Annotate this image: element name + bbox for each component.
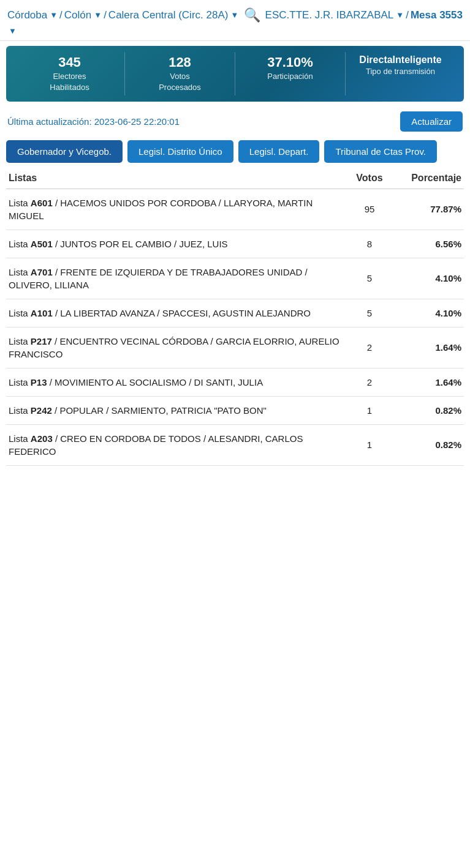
row-porcentaje-5: 1.64% bbox=[394, 377, 461, 387]
update-row: Última actualización: 2023-06-25 22:20:0… bbox=[0, 107, 470, 137]
col-listas-header: Listas bbox=[9, 173, 345, 184]
row-porcentaje-7: 0.82% bbox=[394, 440, 461, 450]
tab-legisl-depart[interactable]: Legisl. Depart. bbox=[238, 140, 320, 163]
row-label-4: Lista P217 / ENCUENTRO VECINAL CÓRDOBA /… bbox=[9, 335, 345, 361]
stat-transmision-type: DirectaInteligente bbox=[349, 54, 452, 65]
row-votos-6: 1 bbox=[345, 405, 394, 416]
stats-bar: 345 ElectoresHabilitados 128 VotosProces… bbox=[6, 46, 464, 102]
tab-tribunal[interactable]: Tribunal de Ctas Prov. bbox=[324, 140, 437, 163]
stat-votos: 128 VotosProcesados bbox=[125, 52, 235, 95]
list-code-5: P13 bbox=[31, 377, 47, 387]
row-label-2: Lista A701 / FRENTE DE IZQUIERDA Y DE TR… bbox=[9, 266, 345, 291]
header: Córdoba ▼ / Colón ▼ / Calera Central (Ci… bbox=[0, 0, 470, 41]
bc-cordoba[interactable]: Córdoba bbox=[7, 8, 47, 23]
stat-electores-number: 345 bbox=[18, 54, 121, 70]
stat-electores-label: ElectoresHabilitados bbox=[50, 72, 89, 92]
row-porcentaje-1: 6.56% bbox=[394, 239, 461, 249]
bc-calera-dropdown[interactable]: ▼ bbox=[230, 10, 238, 21]
breadcrumb: Córdoba ▼ / Colón ▼ / Calera Central (Ci… bbox=[7, 6, 463, 37]
results-table: Listas Votos Porcentaje Lista A601 / HAC… bbox=[0, 169, 470, 466]
bc-colon[interactable]: Colón bbox=[64, 8, 91, 23]
bc-escuela[interactable]: ESC.TTE. J.R. IBARZABAL bbox=[265, 8, 394, 23]
stat-transmision: DirectaInteligente Tipo de transmisión bbox=[346, 52, 455, 95]
row-votos-0: 95 bbox=[345, 204, 394, 214]
stat-transmision-label: Tipo de transmisión bbox=[366, 67, 435, 76]
stat-votos-label: VotosProcesados bbox=[159, 72, 201, 92]
tab-gobernador[interactable]: Gobernador y Vicegob. bbox=[6, 140, 123, 163]
table-header: Listas Votos Porcentaje bbox=[6, 169, 464, 189]
list-code-3: A101 bbox=[31, 308, 53, 318]
row-votos-7: 1 bbox=[345, 440, 394, 450]
row-votos-5: 2 bbox=[345, 377, 394, 387]
stat-participacion: 37.10% Participación bbox=[235, 52, 346, 95]
table-row: Lista A203 / CREO EN CORDOBA DE TODOS / … bbox=[6, 425, 464, 466]
bc-calera[interactable]: Calera Central (Circ. 28A) bbox=[108, 8, 229, 23]
list-code-7: A203 bbox=[31, 433, 53, 444]
row-porcentaje-0: 77.87% bbox=[394, 204, 461, 214]
row-porcentaje-3: 4.10% bbox=[394, 308, 461, 318]
row-votos-2: 5 bbox=[345, 273, 394, 283]
table-row: Lista A501 / JUNTOS POR EL CAMBIO / JUEZ… bbox=[6, 230, 464, 258]
stat-votos-number: 128 bbox=[129, 54, 231, 70]
stat-participacion-number: 37.10% bbox=[239, 54, 341, 70]
col-porcentaje-header: Porcentaje bbox=[394, 173, 461, 184]
row-label-1: Lista A501 / JUNTOS POR EL CAMBIO / JUEZ… bbox=[9, 238, 345, 250]
list-code-0: A601 bbox=[31, 198, 53, 208]
list-code-6: P242 bbox=[31, 405, 52, 416]
row-porcentaje-6: 0.82% bbox=[394, 405, 461, 416]
row-label-7: Lista A203 / CREO EN CORDOBA DE TODOS / … bbox=[9, 432, 345, 458]
last-update-text: Última actualización: 2023-06-25 22:20:0… bbox=[7, 116, 394, 127]
row-votos-4: 2 bbox=[345, 342, 394, 353]
bc-mesa[interactable]: Mesa 3553 bbox=[411, 8, 463, 23]
row-label-6: Lista P242 / POPULAR / SARMIENTO, PATRIC… bbox=[9, 404, 345, 417]
row-label-5: Lista P13 / MOVIMIENTO AL SOCIALISMO / D… bbox=[9, 376, 345, 389]
bc-mesa-dropdown[interactable]: ▼ bbox=[9, 26, 17, 37]
table-row: Lista P217 / ENCUENTRO VECINAL CÓRDOBA /… bbox=[6, 327, 464, 369]
actualizar-button[interactable]: Actualizar bbox=[400, 111, 463, 132]
table-row: Lista P13 / MOVIMIENTO AL SOCIALISMO / D… bbox=[6, 369, 464, 397]
row-porcentaje-2: 4.10% bbox=[394, 273, 461, 283]
list-code-1: A501 bbox=[31, 239, 53, 249]
table-row: Lista A701 / FRENTE DE IZQUIERDA Y DE TR… bbox=[6, 258, 464, 299]
stat-electores: 345 ElectoresHabilitados bbox=[15, 52, 125, 95]
table-body: Lista A601 / HACEMOS UNIDOS POR CORDOBA … bbox=[6, 189, 464, 466]
list-code-4: P217 bbox=[31, 336, 52, 346]
search-button[interactable]: 🔍 bbox=[241, 6, 263, 24]
row-votos-3: 5 bbox=[345, 308, 394, 318]
list-code-2: A701 bbox=[31, 267, 53, 277]
row-porcentaje-4: 1.64% bbox=[394, 342, 461, 353]
tabs-row: Gobernador y Vicegob. Legisl. Distrito Ú… bbox=[0, 137, 470, 169]
row-label-0: Lista A601 / HACEMOS UNIDOS POR CORDOBA … bbox=[9, 196, 345, 222]
stat-participacion-label: Participación bbox=[267, 72, 313, 81]
bc-colon-dropdown[interactable]: ▼ bbox=[94, 10, 102, 21]
table-row: Lista A101 / LA LIBERTAD AVANZA / SPACCE… bbox=[6, 299, 464, 327]
table-row: Lista P242 / POPULAR / SARMIENTO, PATRIC… bbox=[6, 397, 464, 425]
row-votos-1: 8 bbox=[345, 239, 394, 249]
bc-cordoba-dropdown[interactable]: ▼ bbox=[50, 10, 58, 21]
bc-escuela-dropdown[interactable]: ▼ bbox=[396, 10, 404, 21]
tab-legisl-distrito[interactable]: Legisl. Distrito Único bbox=[127, 140, 233, 163]
table-row: Lista A601 / HACEMOS UNIDOS POR CORDOBA … bbox=[6, 189, 464, 230]
col-votos-header: Votos bbox=[345, 173, 394, 184]
row-label-3: Lista A101 / LA LIBERTAD AVANZA / SPACCE… bbox=[9, 307, 345, 320]
